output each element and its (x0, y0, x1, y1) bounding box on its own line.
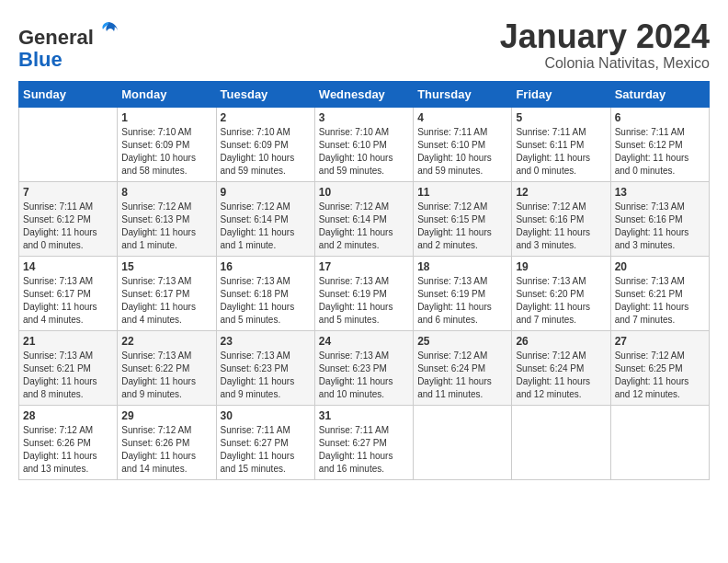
day-info: Sunrise: 7:11 AM Sunset: 6:12 PM Dayligh… (23, 201, 113, 252)
calendar-cell: 6Sunrise: 7:11 AM Sunset: 6:12 PM Daylig… (610, 107, 709, 181)
day-number: 15 (121, 260, 211, 273)
calendar-cell: 19Sunrise: 7:13 AM Sunset: 6:20 PM Dayli… (512, 256, 610, 330)
day-info: Sunrise: 7:11 AM Sunset: 6:27 PM Dayligh… (319, 424, 409, 476)
calendar-cell: 13Sunrise: 7:13 AM Sunset: 6:16 PM Dayli… (610, 181, 709, 256)
day-number: 29 (121, 409, 211, 422)
calendar-cell: 14Sunrise: 7:13 AM Sunset: 6:17 PM Dayli… (19, 256, 118, 330)
day-number: 11 (417, 186, 507, 199)
header-tuesday: Tuesday (216, 81, 314, 107)
day-info: Sunrise: 7:13 AM Sunset: 6:22 PM Dayligh… (121, 350, 211, 401)
day-info: Sunrise: 7:10 AM Sunset: 6:10 PM Dayligh… (319, 126, 409, 178)
calendar-cell: 22Sunrise: 7:13 AM Sunset: 6:22 PM Dayli… (118, 330, 216, 405)
day-info: Sunrise: 7:12 AM Sunset: 6:24 PM Dayligh… (417, 350, 507, 401)
calendar-cell: 28Sunrise: 7:12 AM Sunset: 6:26 PM Dayli… (19, 405, 118, 479)
calendar-cell: 9Sunrise: 7:12 AM Sunset: 6:14 PM Daylig… (216, 181, 314, 256)
calendar-cell (610, 405, 709, 479)
day-number: 30 (221, 409, 311, 422)
day-info: Sunrise: 7:12 AM Sunset: 6:14 PM Dayligh… (221, 201, 311, 252)
calendar-cell: 21Sunrise: 7:13 AM Sunset: 6:21 PM Dayli… (19, 330, 118, 405)
calendar-cell: 7Sunrise: 7:11 AM Sunset: 6:12 PM Daylig… (19, 181, 118, 256)
day-number: 19 (516, 260, 606, 273)
day-number: 16 (221, 260, 311, 273)
calendar-cell: 25Sunrise: 7:12 AM Sunset: 6:24 PM Dayli… (414, 330, 512, 405)
calendar-cell: 8Sunrise: 7:12 AM Sunset: 6:13 PM Daylig… (118, 181, 216, 256)
day-info: Sunrise: 7:12 AM Sunset: 6:26 PM Dayligh… (23, 424, 113, 476)
calendar-cell: 15Sunrise: 7:13 AM Sunset: 6:17 PM Dayli… (118, 256, 216, 330)
day-number: 8 (121, 186, 211, 199)
day-info: Sunrise: 7:12 AM Sunset: 6:25 PM Dayligh… (615, 350, 705, 401)
header-sunday: Sunday (19, 81, 118, 107)
day-info: Sunrise: 7:10 AM Sunset: 6:09 PM Dayligh… (121, 126, 211, 178)
calendar-cell: 17Sunrise: 7:13 AM Sunset: 6:19 PM Dayli… (314, 256, 413, 330)
day-number: 9 (221, 186, 311, 199)
day-info: Sunrise: 7:13 AM Sunset: 6:23 PM Dayligh… (319, 350, 409, 401)
day-number: 28 (23, 409, 113, 422)
calendar-table: SundayMondayTuesdayWednesdayThursdayFrid… (18, 81, 710, 480)
day-info: Sunrise: 7:13 AM Sunset: 6:19 PM Dayligh… (319, 275, 409, 327)
day-info: Sunrise: 7:10 AM Sunset: 6:09 PM Dayligh… (221, 126, 311, 178)
calendar-cell (512, 405, 610, 479)
day-number: 5 (516, 111, 606, 124)
calendar-cell (19, 107, 118, 181)
header-saturday: Saturday (610, 81, 709, 107)
calendar-cell: 1Sunrise: 7:10 AM Sunset: 6:09 PM Daylig… (118, 107, 216, 181)
calendar-cell: 5Sunrise: 7:11 AM Sunset: 6:11 PM Daylig… (512, 107, 610, 181)
day-number: 1 (121, 111, 211, 124)
day-number: 13 (615, 186, 705, 199)
day-number: 3 (319, 111, 409, 124)
day-number: 20 (615, 260, 705, 273)
day-info: Sunrise: 7:11 AM Sunset: 6:27 PM Dayligh… (221, 424, 311, 476)
header-monday: Monday (118, 81, 216, 107)
calendar-cell: 30Sunrise: 7:11 AM Sunset: 6:27 PM Dayli… (216, 405, 314, 479)
calendar-cell: 2Sunrise: 7:10 AM Sunset: 6:09 PM Daylig… (216, 107, 314, 181)
header-thursday: Thursday (414, 81, 512, 107)
day-info: Sunrise: 7:12 AM Sunset: 6:26 PM Dayligh… (121, 424, 211, 476)
day-info: Sunrise: 7:13 AM Sunset: 6:23 PM Dayligh… (221, 350, 311, 401)
day-number: 26 (516, 335, 606, 348)
week-row-1: 1Sunrise: 7:10 AM Sunset: 6:09 PM Daylig… (19, 107, 710, 181)
calendar-cell: 4Sunrise: 7:11 AM Sunset: 6:10 PM Daylig… (414, 107, 512, 181)
day-number: 6 (615, 111, 705, 124)
day-number: 21 (23, 335, 113, 348)
calendar-cell: 31Sunrise: 7:11 AM Sunset: 6:27 PM Dayli… (314, 405, 413, 479)
day-number: 4 (417, 111, 507, 124)
day-info: Sunrise: 7:13 AM Sunset: 6:17 PM Dayligh… (23, 275, 113, 327)
day-info: Sunrise: 7:11 AM Sunset: 6:11 PM Dayligh… (516, 126, 606, 178)
day-number: 25 (417, 335, 507, 348)
day-number: 31 (319, 409, 409, 422)
calendar-cell: 3Sunrise: 7:10 AM Sunset: 6:10 PM Daylig… (314, 107, 413, 181)
day-number: 17 (319, 260, 409, 273)
logo-general-text: General (18, 26, 94, 49)
day-info: Sunrise: 7:12 AM Sunset: 6:16 PM Dayligh… (516, 201, 606, 252)
calendar-cell (414, 405, 512, 479)
calendar-cell: 27Sunrise: 7:12 AM Sunset: 6:25 PM Dayli… (610, 330, 709, 405)
day-info: Sunrise: 7:13 AM Sunset: 6:16 PM Dayligh… (615, 201, 705, 252)
day-info: Sunrise: 7:12 AM Sunset: 6:14 PM Dayligh… (319, 201, 409, 252)
calendar-cell: 16Sunrise: 7:13 AM Sunset: 6:18 PM Dayli… (216, 256, 314, 330)
header-friday: Friday (512, 81, 610, 107)
title-block: January 2024 Colonia Nativitas, Mexico (500, 18, 710, 72)
day-number: 14 (23, 260, 113, 273)
day-number: 10 (319, 186, 409, 199)
day-info: Sunrise: 7:12 AM Sunset: 6:13 PM Dayligh… (121, 201, 211, 252)
day-info: Sunrise: 7:11 AM Sunset: 6:12 PM Dayligh… (615, 126, 705, 178)
month-title: January 2024 (500, 18, 710, 55)
calendar-cell: 29Sunrise: 7:12 AM Sunset: 6:26 PM Dayli… (118, 405, 216, 479)
week-row-4: 21Sunrise: 7:13 AM Sunset: 6:21 PM Dayli… (19, 330, 710, 405)
calendar-cell: 20Sunrise: 7:13 AM Sunset: 6:21 PM Dayli… (610, 256, 709, 330)
week-row-3: 14Sunrise: 7:13 AM Sunset: 6:17 PM Dayli… (19, 256, 710, 330)
day-number: 27 (615, 335, 705, 348)
header-wednesday: Wednesday (314, 81, 413, 107)
calendar-cell: 12Sunrise: 7:12 AM Sunset: 6:16 PM Dayli… (512, 181, 610, 256)
day-info: Sunrise: 7:12 AM Sunset: 6:24 PM Dayligh… (516, 350, 606, 401)
day-info: Sunrise: 7:13 AM Sunset: 6:21 PM Dayligh… (615, 275, 705, 327)
day-info: Sunrise: 7:12 AM Sunset: 6:15 PM Dayligh… (417, 201, 507, 252)
logo-bird-icon (96, 18, 121, 44)
calendar-cell: 23Sunrise: 7:13 AM Sunset: 6:23 PM Dayli… (216, 330, 314, 405)
day-info: Sunrise: 7:13 AM Sunset: 6:17 PM Dayligh… (121, 275, 211, 327)
day-number: 24 (319, 335, 409, 348)
calendar-cell: 18Sunrise: 7:13 AM Sunset: 6:19 PM Dayli… (414, 256, 512, 330)
location-subtitle: Colonia Nativitas, Mexico (500, 55, 710, 72)
calendar-cell: 24Sunrise: 7:13 AM Sunset: 6:23 PM Dayli… (314, 330, 413, 405)
day-info: Sunrise: 7:13 AM Sunset: 6:21 PM Dayligh… (23, 350, 113, 401)
